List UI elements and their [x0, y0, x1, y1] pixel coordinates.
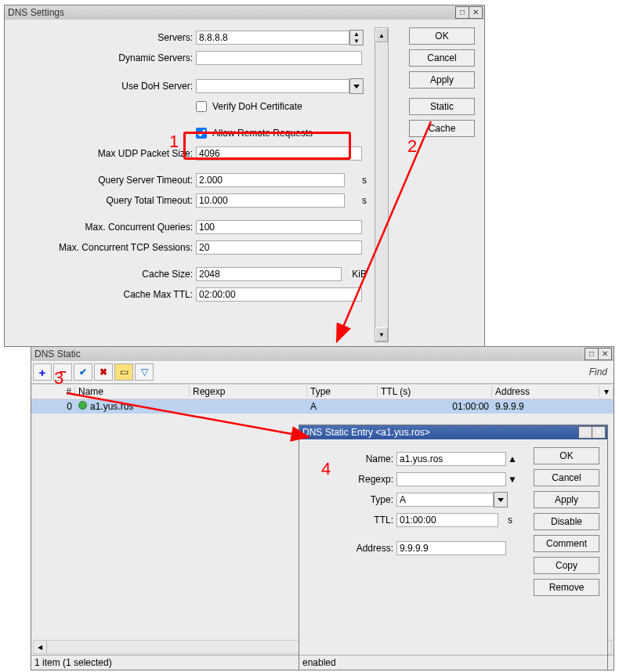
dns-static-table-header: # Name Regexp Type TTL (s) Address ▾: [31, 384, 614, 399]
window-dns-static-entry: DNS Static Entry <a1.yus.ros> □ ✕ Name: …: [299, 425, 608, 670]
annotation-label-3: 3: [54, 368, 63, 388]
remove-button[interactable]: Remove: [534, 579, 599, 596]
use-doh-label: Use DoH Server:: [5, 81, 196, 92]
dns-settings-title: DNS Settings: [8, 7, 455, 18]
plus-icon[interactable]: +: [33, 363, 52, 381]
col-type[interactable]: Type: [307, 386, 378, 397]
dns-static-titlebar: DNS Static □ ✕: [31, 347, 614, 361]
q-total-to-input[interactable]: [196, 193, 345, 208]
entry-name-input[interactable]: [396, 452, 506, 466]
entry-regexp-label: Regexp:: [306, 474, 396, 485]
chevron-down-icon[interactable]: ▼: [350, 38, 363, 45]
down-arrow-icon[interactable]: ▼: [506, 474, 519, 485]
cache-size-label: Cache Size:: [5, 269, 196, 280]
max-conc-tcp-label: Max. Concurrent TCP Sessions:: [5, 242, 196, 253]
status-text: enabled: [302, 657, 336, 668]
cross-icon[interactable]: ✖: [94, 363, 113, 381]
ok-button[interactable]: OK: [409, 27, 475, 45]
close-button[interactable]: ✕: [598, 348, 612, 360]
chevron-up-icon[interactable]: ▲: [350, 31, 363, 38]
cache-max-ttl-label: Cache Max TTL:: [5, 289, 196, 300]
servers-label: Servers:: [5, 32, 196, 43]
entry-type-input[interactable]: [396, 493, 494, 507]
servers-input[interactable]: [196, 31, 349, 45]
entry-ttl-label: TTL:: [306, 515, 396, 526]
col-address[interactable]: Address: [492, 386, 599, 397]
annotation-label-4: 4: [321, 459, 331, 479]
close-button[interactable]: ✕: [469, 6, 483, 19]
entry-name-label: Name:: [306, 453, 396, 464]
max-udp-label: Max UDP Packet Size:: [5, 148, 196, 159]
seconds-unit: s: [498, 515, 512, 526]
dns-entry-statusbar: enabled: [299, 655, 607, 670]
cancel-button[interactable]: Cancel: [409, 49, 475, 67]
annotation-label-1: 1: [169, 132, 179, 152]
col-ttl[interactable]: TTL (s): [378, 386, 492, 397]
dns-static-toolbar: + − ✔ ✖ ▭ ▽ Find: [31, 361, 614, 384]
col-menu-icon[interactable]: ▾: [599, 386, 614, 397]
col-num[interactable]: #: [31, 386, 75, 397]
q-server-to-input[interactable]: [196, 173, 345, 187]
entry-type-label: Type:: [306, 494, 396, 505]
annotation-box: [183, 132, 351, 160]
scroll-up-icon[interactable]: ▲: [375, 28, 388, 42]
use-doh-input[interactable]: [196, 79, 349, 93]
close-button[interactable]: ✕: [592, 426, 606, 439]
q-total-to-label: Query Total Timeout:: [5, 195, 196, 206]
kib-unit: KiB: [342, 269, 367, 280]
servers-spinner[interactable]: ▲▼: [349, 30, 364, 45]
restore-button[interactable]: □: [578, 426, 592, 439]
max-conc-q-input[interactable]: [196, 220, 362, 234]
static-button[interactable]: Static: [409, 98, 475, 115]
scroll-left-icon[interactable]: ◀: [34, 641, 47, 653]
ok-button[interactable]: OK: [534, 447, 599, 464]
entry-ttl-input[interactable]: [396, 513, 498, 527]
find-link[interactable]: Find: [585, 367, 612, 378]
filter-icon[interactable]: ▽: [135, 363, 154, 381]
status-text: 1 item (1 selected): [34, 657, 112, 668]
entry-address-input[interactable]: [396, 541, 506, 555]
form-scrollbar[interactable]: ▲ ▼: [375, 27, 389, 342]
entry-address-label: Address:: [306, 543, 396, 554]
dyn-servers-input: [196, 51, 362, 65]
apply-button[interactable]: Apply: [534, 491, 599, 508]
use-doh-dropdown[interactable]: [349, 78, 364, 94]
col-regexp[interactable]: Regexp: [190, 386, 307, 397]
cache-size-input[interactable]: [196, 267, 342, 281]
comment-button[interactable]: Comment: [534, 535, 599, 552]
restore-button[interactable]: □: [455, 6, 469, 19]
cache-max-ttl-input[interactable]: [196, 287, 362, 302]
dyn-servers-label: Dynamic Servers:: [5, 52, 196, 63]
verify-doh-checkbox[interactable]: Verify DoH Certificate: [193, 99, 302, 114]
table-row[interactable]: 0 a1.yus.ros A 01:00:00 9.9.9.9: [31, 399, 614, 414]
window-dns-settings: DNS Settings □ ✕ Servers: ▲▼ Dynamic Ser…: [4, 5, 485, 347]
dns-entry-titlebar: DNS Static Entry <a1.yus.ros> □ ✕: [299, 425, 607, 439]
seconds-unit: s: [345, 175, 367, 186]
dns-entry-title: DNS Static Entry <a1.yus.ros>: [302, 427, 578, 438]
dns-static-title: DNS Static: [34, 349, 585, 359]
copy-button[interactable]: Copy: [534, 557, 599, 574]
q-server-to-label: Query Server Timeout:: [5, 175, 196, 186]
disable-button[interactable]: Disable: [534, 513, 599, 530]
restore-button[interactable]: □: [585, 348, 599, 360]
chevron-down-icon: [498, 498, 504, 502]
col-name[interactable]: Name: [75, 386, 190, 397]
apply-button[interactable]: Apply: [409, 71, 475, 89]
cache-button[interactable]: Cache: [409, 120, 475, 137]
max-conc-q-label: Max. Concurrent Queries:: [5, 222, 196, 233]
chevron-down-icon: [353, 85, 360, 89]
status-dot-icon: [78, 401, 87, 410]
entry-regexp-input[interactable]: [396, 472, 506, 486]
cancel-button[interactable]: Cancel: [534, 469, 599, 486]
seconds-unit: s: [345, 195, 367, 206]
up-arrow-icon[interactable]: ▲: [506, 453, 519, 464]
check-icon[interactable]: ✔: [74, 363, 92, 381]
dns-settings-titlebar: DNS Settings □ ✕: [5, 5, 484, 20]
scroll-down-icon[interactable]: ▼: [375, 327, 388, 341]
entry-type-dropdown[interactable]: [494, 492, 508, 508]
annotation-label-2: 2: [407, 136, 417, 157]
max-conc-tcp-input[interactable]: [196, 240, 362, 255]
note-icon[interactable]: ▭: [114, 363, 133, 381]
